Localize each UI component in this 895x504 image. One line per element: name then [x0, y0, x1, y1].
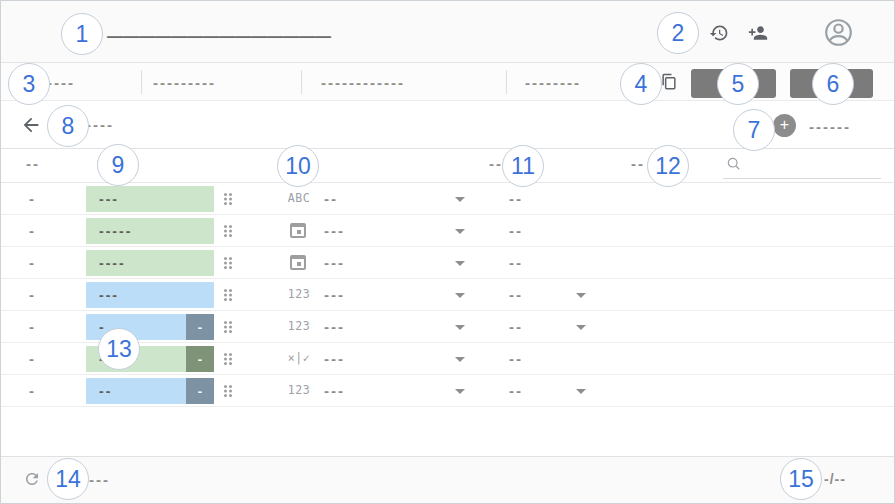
type-label[interactable]: --- — [324, 318, 345, 335]
type-label[interactable]: --- — [324, 286, 345, 303]
row-index: - — [29, 254, 36, 271]
field-chip-label: --- — [86, 191, 214, 207]
version-history-icon[interactable] — [709, 23, 729, 43]
field-chip-badge-label: - — [198, 320, 202, 335]
annotation-callout: 13 — [98, 328, 140, 370]
column-header-type: -- — [489, 155, 503, 172]
toolbar-item-2[interactable]: --------- — [153, 74, 216, 91]
aggregation-label[interactable]: -- — [509, 382, 523, 399]
type-label[interactable]: -- — [324, 190, 338, 207]
toolbar-item-3[interactable]: ------------ — [321, 74, 405, 91]
drag-handle-dots-icon[interactable] — [224, 321, 227, 324]
callout-number: 1 — [76, 21, 89, 48]
callout-number: 6 — [827, 71, 840, 98]
column-header-aggregation: -- — [631, 155, 645, 172]
callout-number: 2 — [672, 20, 685, 47]
number-type-icon[interactable]: 123 — [284, 319, 314, 333]
field-rows: - --- ABC -- -- - ----- --- -- - ---- --… — [1, 183, 894, 407]
search-input[interactable] — [747, 153, 877, 168]
field-chip-badge: - — [186, 314, 214, 340]
refresh-label: --- — [89, 471, 110, 488]
aggregation-label[interactable]: -- — [509, 190, 523, 207]
type-label[interactable]: --- — [324, 222, 345, 239]
back-arrow-icon[interactable] — [20, 114, 42, 136]
top-app-bar: —————————————— — [1, 1, 894, 63]
toolbar-item-4[interactable]: -------- — [525, 74, 581, 91]
annotation-callout: 2 — [657, 12, 699, 54]
document-title[interactable]: —————————————— — [107, 28, 331, 46]
drag-handle-dots-icon[interactable] — [224, 257, 227, 260]
aggregation-label[interactable]: -- — [509, 222, 523, 239]
drag-handle-dots-icon[interactable] — [224, 289, 227, 292]
type-dropdown-arrow-icon[interactable] — [455, 261, 465, 266]
row-index: - — [29, 318, 36, 335]
annotation-callout: 10 — [277, 145, 319, 187]
field-chip-label: ---- — [86, 255, 214, 271]
callout-number: 4 — [635, 71, 648, 98]
toolbar-divider — [141, 70, 142, 94]
type-dropdown-arrow-icon[interactable] — [455, 325, 465, 330]
text-type-icon[interactable]: ABC — [284, 191, 314, 205]
drag-handle-dots-icon[interactable] — [224, 225, 227, 228]
field-chip-label: ----- — [86, 223, 214, 239]
share-add-person-icon[interactable] — [748, 23, 768, 43]
annotation-callout: 5 — [717, 63, 759, 105]
number-type-icon[interactable]: 123 — [284, 287, 314, 301]
footer-bar: --- -/-- — [1, 456, 894, 504]
type-dropdown-arrow-icon[interactable] — [455, 293, 465, 298]
field-row: - --- ABC -- -- — [1, 183, 894, 215]
annotation-callout: 9 — [97, 144, 139, 186]
field-chip-badge-label: - — [198, 384, 202, 399]
type-label[interactable]: --- — [324, 382, 345, 399]
aggregation-dropdown-arrow[interactable] — [576, 389, 586, 394]
drag-handle-dots-icon[interactable] — [224, 193, 227, 196]
row-index: - — [29, 286, 36, 303]
aggregation-label[interactable]: -- — [509, 318, 523, 335]
boolean-type-icon[interactable]: ×|✓ — [284, 351, 314, 365]
date-type-icon[interactable] — [290, 255, 306, 270]
field-chip[interactable]: --- — [86, 282, 214, 308]
add-field-plus-button[interactable]: + — [773, 114, 796, 137]
aggregation-dropdown-arrow[interactable] — [576, 293, 586, 298]
add-field-label[interactable]: ------ — [809, 118, 851, 135]
type-label[interactable]: --- — [324, 254, 345, 271]
number-type-icon[interactable]: 123 — [284, 383, 314, 397]
row-index: - — [29, 222, 36, 239]
callout-number: 5 — [732, 71, 745, 98]
field-chip[interactable]: --- — [86, 186, 214, 212]
field-chip-label: - — [86, 319, 186, 335]
annotation-callout: 11 — [502, 145, 544, 187]
duplicate-copy-icon[interactable] — [659, 72, 679, 92]
panel-title: ---- — [86, 116, 114, 133]
type-dropdown-arrow-icon[interactable] — [455, 389, 465, 394]
field-chip-label: -- — [86, 383, 186, 399]
aggregation-label[interactable]: -- — [509, 350, 523, 367]
annotation-callout: 4 — [620, 63, 662, 105]
callout-number: 3 — [23, 71, 36, 98]
aggregation-label[interactable]: -- — [509, 254, 523, 271]
toolbar-divider — [301, 70, 302, 94]
aggregation-label[interactable]: -- — [509, 286, 523, 303]
field-search-box[interactable] — [723, 151, 881, 179]
account-avatar-icon[interactable] — [823, 17, 854, 48]
annotation-callout: 1 — [61, 13, 103, 55]
type-dropdown-arrow-icon[interactable] — [455, 197, 465, 202]
field-chip[interactable]: ---- — [86, 250, 214, 276]
drag-handle-dots-icon[interactable] — [224, 385, 227, 388]
annotation-callout: 3 — [8, 63, 50, 105]
type-dropdown-arrow-icon[interactable] — [455, 357, 465, 362]
field-chip[interactable]: ----- — [86, 218, 214, 244]
field-chip[interactable]: -- - — [86, 378, 214, 404]
aggregation-dropdown-arrow[interactable] — [576, 325, 586, 330]
toolbar-item-1[interactable]: ---- — [47, 74, 75, 91]
callout-number: 14 — [55, 466, 81, 493]
type-label[interactable]: --- — [324, 350, 345, 367]
date-type-icon[interactable] — [290, 223, 306, 238]
drag-handle-dots-icon[interactable] — [224, 353, 227, 356]
type-dropdown-arrow-icon[interactable] — [455, 229, 465, 234]
toolbar-divider — [506, 70, 507, 94]
refresh-icon[interactable] — [23, 470, 41, 488]
callout-number: 8 — [62, 113, 75, 140]
field-row: - --- 123 --- -- — [1, 279, 894, 311]
annotation-callout: 8 — [47, 105, 89, 147]
